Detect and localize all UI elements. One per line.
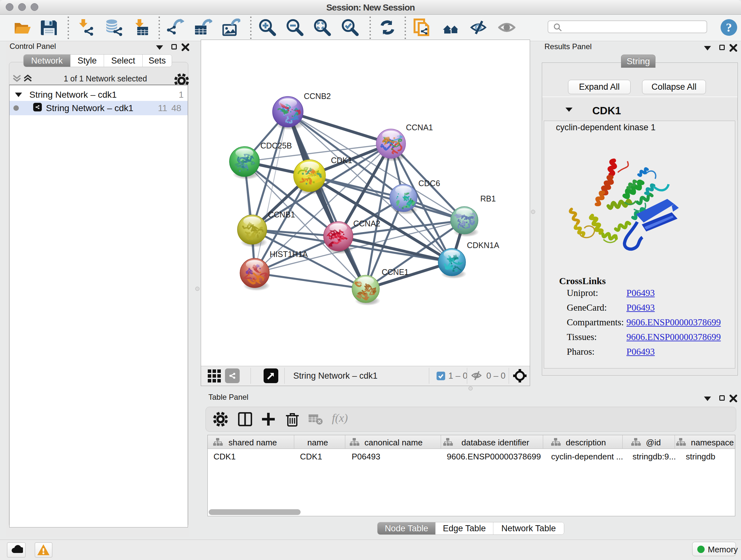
svg-text:CDC25B: CDC25B: [260, 141, 292, 150]
svg-text:?: ?: [726, 21, 732, 34]
svg-text:HIST1H1A: HIST1H1A: [270, 250, 308, 259]
svg-text:CDK1: CDK1: [331, 156, 352, 165]
svg-text:CCNA1: CCNA1: [406, 123, 433, 132]
svg-text:RB1: RB1: [480, 194, 496, 203]
svg-text:CCNB2: CCNB2: [304, 91, 331, 101]
svg-text:CCNA2: CCNA2: [353, 219, 381, 228]
svg-text:CCNB1: CCNB1: [268, 210, 295, 219]
svg-text:CDKN1A: CDKN1A: [467, 241, 499, 250]
svg-text:CCNE1: CCNE1: [382, 267, 409, 276]
svg-text:CDC6: CDC6: [418, 179, 440, 188]
